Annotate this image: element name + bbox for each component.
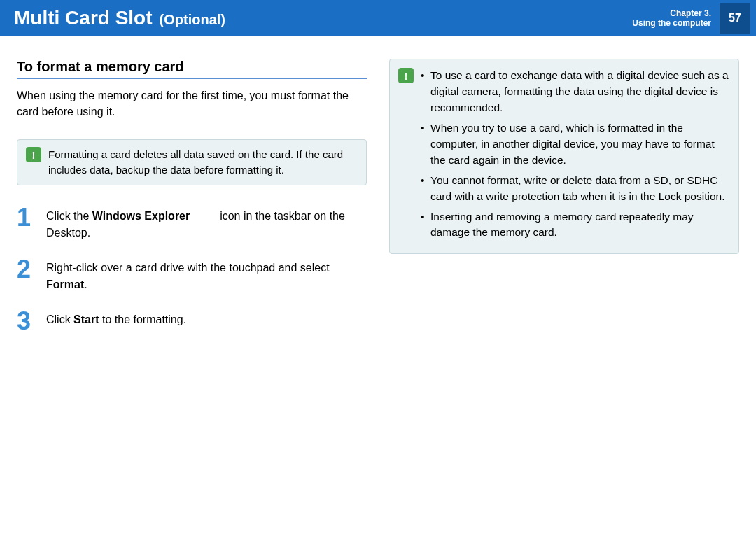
page-header: Multi Card Slot (Optional) Chapter 3. Us… [0,0,756,36]
step-number: 2 [17,257,36,293]
step3-post: to the formatting. [99,313,187,325]
step-number: 3 [17,309,36,334]
chapter-block: Chapter 3. Using the computer 57 [632,3,756,34]
info-callout: ! To use a card to exchange data with a … [389,59,739,254]
info-bullet: When you try to use a card, which is for… [421,120,729,169]
warning-text: Formatting a card deletes all data saved… [48,147,358,178]
section-rule [17,78,367,79]
step3-bold: Start [74,313,99,325]
step-3: 3 Click Start to the formatting. [17,309,367,334]
step1-bold: Windows Explorer [92,210,190,222]
step-2: 2 Right-click over a card drive with the… [17,257,367,293]
step-number: 1 [17,205,36,241]
step2-pre: Right-click over a card drive with the t… [46,262,330,274]
chapter-line2: Using the computer [632,18,711,28]
info-bullet: You cannot format, write or delete data … [421,173,729,205]
page-subtitle: (Optional) [160,12,225,28]
step-body: Click the Windows Explorer icon in the t… [46,205,367,241]
page-number-badge: 57 [720,3,750,34]
right-column: ! To use a card to exchange data with a … [389,59,739,349]
section-title: To format a memory card [17,59,367,75]
info-bullet: To use a card to exchange data with a di… [421,68,729,116]
info-bullet: Inserting and removing a memory card rep… [421,209,729,241]
intro-text: When using the memory card for the first… [17,87,367,120]
page-title: Multi Card Slot [14,7,153,29]
step1-pre: Click the [46,210,92,222]
warning-callout: ! Formatting a card deletes all data sav… [17,139,367,185]
left-column: To format a memory card When using the m… [17,59,367,349]
step-body: Click Start to the formatting. [46,309,186,334]
chapter-text: Chapter 3. Using the computer [632,8,711,29]
step1-mid [190,210,192,222]
chapter-line1: Chapter 3. [632,8,711,18]
step2-bold: Format [46,278,84,290]
info-bullet-list: To use a card to exchange data with a di… [421,68,729,245]
alert-icon: ! [26,147,41,162]
page-title-wrap: Multi Card Slot (Optional) [14,7,225,29]
step3-pre: Click [46,313,74,325]
content-area: To format a memory card When using the m… [0,36,756,349]
step-body: Right-click over a card drive with the t… [46,257,367,293]
step2-post: . [84,278,87,290]
step-1: 1 Click the Windows Explorer icon in the… [17,205,367,241]
alert-icon: ! [398,68,414,83]
